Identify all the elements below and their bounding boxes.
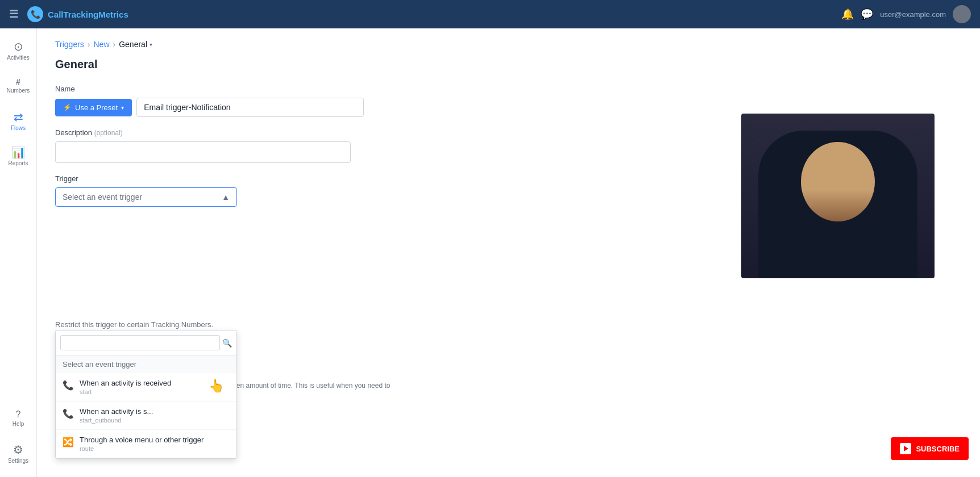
sidebar-item-flows[interactable]: ⇄ Flows xyxy=(1,103,35,137)
breadcrumb-triggers[interactable]: Triggers xyxy=(55,40,84,49)
cursor-pointer: 👆 xyxy=(209,379,224,394)
youtube-play-icon xyxy=(900,443,911,454)
topbar: ☰ 📞 CallTrackingMetrics 🔔 💬 user@example… xyxy=(0,0,980,28)
preset-arrow: ▾ xyxy=(121,104,124,111)
trigger-option-voice-title: Through a voice menu or other trigger xyxy=(80,436,230,444)
trigger-search-row: 🔍 xyxy=(56,330,236,355)
breadcrumb-sep-2: › xyxy=(113,40,116,49)
trigger-option-voice-sub: route xyxy=(80,445,230,452)
trigger-chevron-icon: ▲ xyxy=(222,193,230,202)
user-email: user@example.com xyxy=(880,10,946,19)
help-icon: ? xyxy=(16,409,21,420)
youtube-subscribe-label: SUBSCRIBE xyxy=(916,445,960,453)
activities-icon: ⊙ xyxy=(14,40,23,53)
sidebar-item-help[interactable]: ? Help xyxy=(1,401,35,435)
breadcrumb: Triggers › New › General ▾ xyxy=(55,40,962,49)
app-name: CallTrackingMetrics xyxy=(48,10,128,19)
preset-button[interactable]: ⚡ Use a Preset ▾ xyxy=(55,99,132,116)
page-heading: General xyxy=(55,58,962,71)
trigger-info-text: Restrict this trigger to certain Trackin… xyxy=(55,320,351,329)
search-icon: 🔍 xyxy=(222,338,232,348)
sidebar-item-activities[interactable]: ⊙ Activities xyxy=(1,33,35,67)
logo-icon: 📞 xyxy=(27,6,43,22)
trigger-option-received-sub: start xyxy=(80,388,209,395)
trigger-dropdown-header: Select an event trigger xyxy=(56,355,236,373)
description-input[interactable] xyxy=(55,141,351,163)
trigger-select-button[interactable]: Select an event trigger ▲ xyxy=(55,187,237,207)
youtube-subscribe-button[interactable]: SUBSCRIBE xyxy=(891,437,969,460)
trigger-option-received-text: When an activity is received start xyxy=(80,379,209,395)
hamburger-icon[interactable]: ☰ xyxy=(9,8,18,20)
trigger-option-voice[interactable]: 🔀 Through a voice menu or other trigger … xyxy=(56,430,236,458)
preset-icon: ⚡ xyxy=(63,103,72,111)
breadcrumb-general[interactable]: General ▾ xyxy=(119,40,152,49)
numbers-icon: # xyxy=(16,77,20,86)
name-input[interactable] xyxy=(136,98,364,117)
name-label: Name xyxy=(55,85,962,93)
trigger-option-voice-text: Through a voice menu or other trigger ro… xyxy=(80,436,230,452)
phone-icon-received: 📞 xyxy=(63,380,74,391)
person-figure xyxy=(741,114,935,278)
description-optional: (optional) xyxy=(94,129,123,137)
sidebar-bottom: ? Help ⚙ Settings xyxy=(1,401,35,471)
trigger-option-received[interactable]: 📞 When an activity is received start 👆 xyxy=(56,373,236,401)
trigger-dropdown: 🔍 Select an event trigger 📞 When an acti… xyxy=(55,330,237,459)
breadcrumb-new[interactable]: New xyxy=(94,40,110,49)
shuffle-icon: 🔀 xyxy=(63,437,74,447)
breadcrumb-sep-1: › xyxy=(88,40,90,49)
settings-icon: ⚙ xyxy=(13,443,23,457)
name-field-group: Name ⚡ Use a Preset ▾ xyxy=(55,85,962,117)
sidebar-item-numbers[interactable]: # Numbers xyxy=(1,68,35,102)
notifications-icon[interactable]: 🔔 xyxy=(841,8,854,20)
flows-icon: ⇄ xyxy=(14,110,23,124)
breadcrumb-dropdown-icon: ▾ xyxy=(150,41,152,48)
app-logo: ☰ 📞 CallTrackingMetrics xyxy=(9,6,128,22)
topbar-right: 🔔 💬 user@example.com xyxy=(841,5,971,23)
trigger-option-outbound-text: When an activity is s... start_outbound xyxy=(80,407,230,424)
phone-icon-outbound: 📞 xyxy=(63,408,74,419)
trigger-option-received-title: When an activity is received xyxy=(80,379,209,387)
trigger-option-outbound-title: When an activity is s... xyxy=(80,407,230,416)
chat-icon[interactable]: 💬 xyxy=(861,8,873,20)
user-avatar[interactable] xyxy=(953,5,971,23)
trigger-select-text: Select an event trigger xyxy=(63,193,142,202)
trigger-option-outbound-sub: start_outbound xyxy=(80,417,230,424)
sidebar-item-settings[interactable]: ⚙ Settings xyxy=(1,436,35,470)
trigger-option-outbound[interactable]: 📞 When an activity is s... start_outboun… xyxy=(56,401,236,430)
sidebar: ⊙ Activities # Numbers ⇄ Flows 📊 Reports… xyxy=(0,28,37,477)
video-overlay xyxy=(741,114,935,278)
reports-icon: 📊 xyxy=(11,145,26,159)
youtube-play-triangle xyxy=(904,446,908,451)
trigger-search-input[interactable] xyxy=(60,335,220,350)
sidebar-item-reports[interactable]: 📊 Reports xyxy=(1,139,35,173)
